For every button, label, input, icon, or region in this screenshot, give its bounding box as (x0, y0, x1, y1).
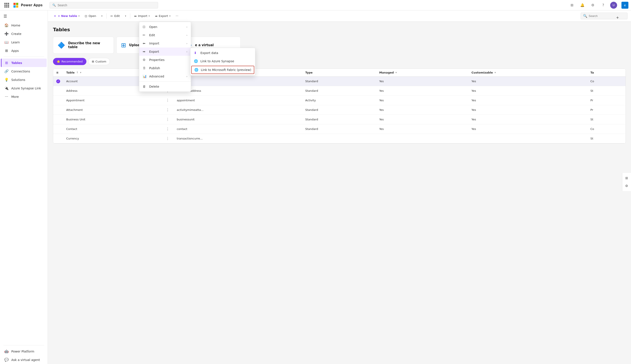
sub-menu-link-fabric[interactable]: 🌐 Link to Microsoft Fabric (preview) (191, 66, 254, 74)
row-dots[interactable]: ⋮ (162, 124, 174, 134)
sidebar-item-learn[interactable]: 📖 Learn (1, 38, 47, 46)
settings-icon[interactable]: ⚙ (589, 2, 596, 9)
custom-icon: ⊞ (92, 60, 94, 63)
sidebar-label: Azure Synapse Link (11, 86, 41, 90)
check-cell (53, 96, 63, 105)
row-name: businessunit (174, 115, 302, 124)
sidebar-item-tables[interactable]: ⊞ Tables (1, 58, 47, 67)
panel-toggle-btn[interactable]: ⊞ (623, 174, 630, 182)
table-row[interactable]: Attachment ⋮ activitymimeatta... Standar… (53, 105, 625, 115)
row-type: Standard (302, 115, 376, 124)
edit-chevron-button[interactable]: ▾ (123, 14, 128, 18)
row-type: Standard (302, 124, 376, 134)
sidebar-item-home[interactable]: 🏠 Home (1, 21, 47, 30)
open-button[interactable]: ⊡ Open (83, 13, 98, 19)
row-actions-btn[interactable]: ⋮ (165, 98, 171, 103)
export-button[interactable]: ➡ Export ▾ (153, 13, 173, 19)
row-actions-btn[interactable]: ⋮ (165, 136, 171, 141)
menu-item-delete[interactable]: 🗑 Delete (139, 82, 191, 91)
star-icon: ⭐ (57, 60, 60, 63)
ask-agent-icon: 💬 (4, 358, 9, 362)
panel-settings-btn[interactable]: ⚙ (623, 182, 630, 190)
edit-icon: ✏️ (111, 14, 113, 18)
row-dots[interactable]: ⋮ (162, 105, 174, 115)
row-type: Standard (302, 86, 376, 96)
menu-item-open[interactable]: ⊡ Open › (139, 23, 191, 31)
toolbar-search-icon: 🔍 (583, 14, 587, 18)
import-button[interactable]: ⬅ Import ▾ (132, 13, 152, 19)
export-icon: ➡ (155, 14, 158, 18)
edit-button[interactable]: ✏️ Edit (108, 13, 122, 19)
menu-item-import-left: ⬅ Import (143, 42, 159, 45)
row-customizable: Yes (468, 124, 587, 134)
col-customizable[interactable]: Customizable ▾ (468, 69, 587, 76)
sidebar-item-power-platform[interactable]: 🤖 Power Platform (1, 347, 47, 356)
col-managed[interactable]: Managed ▾ (376, 69, 468, 76)
global-search-input[interactable] (58, 4, 155, 7)
more-button[interactable]: ··· (173, 13, 180, 19)
new-table-button[interactable]: ＋ + New table ▾ (51, 13, 82, 19)
row-actions-btn[interactable]: ⋮ (165, 108, 171, 112)
table-row[interactable]: Contact ⋮ contact Standard Yes Yes Co (53, 124, 625, 134)
sidebar-item-create[interactable]: ➕ Create (1, 30, 47, 38)
app-name: Power Apps (21, 3, 43, 7)
menu-item-edit[interactable]: ✏️ Edit › (139, 31, 191, 39)
sub-menu-link-synapse[interactable]: 🌐 Link to Azure Synapse (190, 57, 255, 65)
create-icon: ➕ (4, 32, 9, 36)
col-type[interactable]: Type (302, 69, 376, 76)
sidebar-toggle[interactable]: ☰ (0, 12, 48, 20)
row-tag: St (587, 115, 625, 124)
bell-icon[interactable]: 🔔 (579, 2, 586, 9)
describe-label: Describe the new table (68, 41, 109, 49)
content-area: Tables 🔷 Describe the new table ⊞ Upload… (48, 22, 631, 364)
custom-filter[interactable]: ⊞ Custom (88, 58, 110, 65)
sidebar-item-azure-synapse[interactable]: 🔌 Azure Synapse Link (1, 84, 47, 92)
row-actions-btn[interactable]: ⋮ (165, 126, 171, 132)
row-dots[interactable]: ⋮ (162, 115, 174, 124)
row-dots[interactable]: ⋮ (162, 134, 174, 144)
row-actions-btn[interactable]: ⋮ (165, 117, 171, 122)
properties-menu-icon: ⚙️ (143, 58, 147, 62)
sub-menu-export-data[interactable]: ⬇ Export data (190, 49, 255, 57)
menu-item-edit-left: ✏️ Edit (143, 33, 155, 37)
sidebar-item-apps[interactable]: ⊞ Apps (1, 46, 47, 55)
row-dots[interactable]: ⋮ (162, 96, 174, 105)
row-name: activitymimeatta... (174, 105, 302, 115)
export-data-icon: ⬇ (194, 51, 198, 55)
help-icon[interactable]: ? (600, 2, 607, 9)
sidebar-item-ask-agent[interactable]: 💬 Ask a virtual agent (1, 356, 47, 364)
table-row[interactable]: Currency ⋮ transactioncurre... St (53, 134, 625, 144)
row-tag: Pr (587, 96, 625, 105)
export-chevron-icon: › (186, 50, 187, 53)
table-row[interactable]: Appointment ⋮ appointment Activity Yes Y… (53, 96, 625, 105)
describe-table-card[interactable]: 🔷 Describe the new table (53, 37, 114, 54)
menu-item-advanced[interactable]: 📊 Advanced › (139, 72, 191, 80)
global-search-box[interactable]: 🔍 (50, 2, 158, 8)
waffle-menu[interactable] (3, 3, 11, 8)
col-list[interactable]: ≡ (53, 69, 63, 76)
open-chevron-button[interactable]: ▾ (99, 14, 105, 18)
sidebar-bottom: 🤖 Power Platform 💬 Ask a virtual agent (0, 344, 48, 364)
row-managed: Yes (376, 96, 468, 105)
properties-menu-label: Properties (149, 58, 165, 62)
sort-asc-icon: ↑ (76, 71, 78, 74)
menu-item-import[interactable]: ⬅ Import › (139, 39, 191, 48)
row-managed: Yes (376, 124, 468, 134)
menu-item-export[interactable]: ➡ Export › (139, 48, 191, 56)
row-tag: St (587, 86, 625, 96)
menu-item-publish[interactable]: 🗓 Publish (139, 64, 191, 72)
advanced-menu-icon: 📊 (143, 74, 147, 78)
table-row[interactable]: Business Unit ⋮ businessunit Standard Ye… (53, 115, 625, 124)
menu-item-properties[interactable]: ⚙️ Properties (139, 56, 191, 64)
recommended-filter[interactable]: ⭐ Recommended (53, 58, 86, 65)
row-type: Standard (302, 76, 376, 86)
row-table-name: Appointment (63, 96, 162, 105)
export-menu-icon: ➡ (143, 50, 147, 54)
org-icon[interactable]: ⊞ (568, 2, 575, 9)
add-button[interactable]: ＋ (614, 14, 621, 21)
apps-icon: ⊞ (4, 48, 9, 53)
avatar[interactable]: U (610, 2, 617, 9)
sidebar-item-connections[interactable]: 🔗 Connections (1, 67, 47, 76)
sidebar-item-solutions[interactable]: 💡 Solutions (1, 76, 47, 84)
sidebar-item-more[interactable]: ··· More (1, 92, 47, 101)
